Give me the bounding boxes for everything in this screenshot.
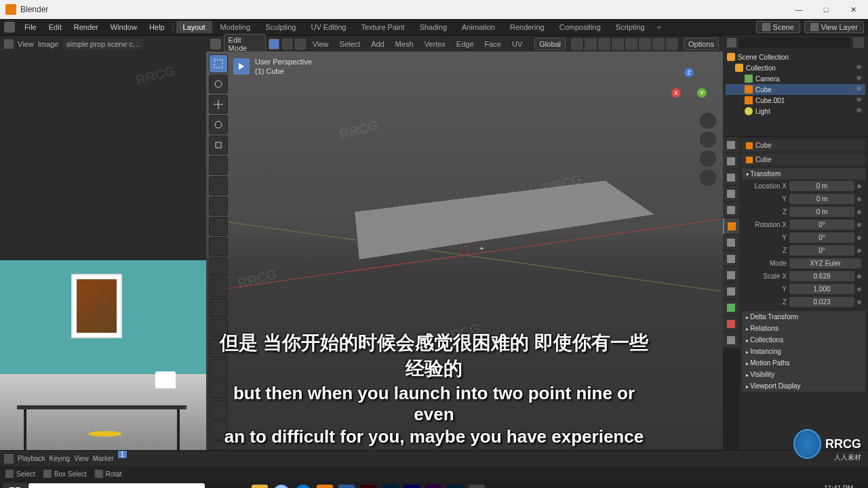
taskbar-clock[interactable]: 11:41 PM 10/15/2020 <box>819 485 853 488</box>
app-blender[interactable] <box>315 483 335 488</box>
options-dropdown[interactable]: Options <box>684 38 719 50</box>
proptab-viewlayer[interactable] <box>723 169 739 186</box>
gizmo-x-axis[interactable]: X <box>671 88 681 98</box>
outliner-collection[interactable]: Collection 👁 <box>726 62 865 73</box>
menu-help[interactable]: Help <box>144 21 170 33</box>
mesh-cube-object[interactable] <box>354 180 655 260</box>
tool-transform[interactable] <box>209 156 228 175</box>
image-editor-icon[interactable] <box>4 39 14 49</box>
blender-logo-icon[interactable] <box>4 22 15 33</box>
vp-menu-vertex[interactable]: Vertex <box>420 38 450 50</box>
tool-loopcut[interactable] <box>209 298 228 317</box>
vp-menu-select[interactable]: Select <box>336 38 365 50</box>
timeline-playback[interactable]: Playback <box>18 455 45 462</box>
outliner-search-input[interactable] <box>739 37 850 48</box>
timeline-ruler[interactable]: 1 <box>118 451 864 466</box>
breadcrumb-object[interactable]: Cube <box>742 140 865 151</box>
rot-z-field[interactable]: 0° <box>789 245 854 256</box>
vp-menu-add[interactable]: Add <box>367 38 389 50</box>
taskbar-search[interactable]: ⌕ Type here to search <box>28 483 205 488</box>
tool-bevel[interactable] <box>209 278 228 297</box>
current-frame-indicator[interactable]: 1 <box>118 451 127 458</box>
section-relations[interactable]: Relations <box>742 323 865 334</box>
taskview-icon[interactable]: ▭ <box>206 483 226 488</box>
rot-x-field[interactable]: 0° <box>789 220 854 230</box>
tool-shrink[interactable] <box>209 420 228 439</box>
tool-measure[interactable] <box>209 197 228 216</box>
app-other[interactable] <box>467 483 487 488</box>
tool-inset[interactable] <box>209 258 228 277</box>
scale-z-field[interactable]: 0.023 <box>789 297 854 307</box>
image-menu-view[interactable]: View <box>18 40 34 48</box>
workspace-tab-sculpting[interactable]: Sculpting <box>258 21 302 33</box>
tool-add-cube[interactable] <box>209 217 228 236</box>
proptab-texture[interactable] <box>723 332 739 348</box>
scale-x-field[interactable]: 0.628 <box>789 271 854 281</box>
section-instancing[interactable]: Instancing <box>742 346 865 357</box>
tool-knife[interactable] <box>209 319 228 338</box>
select-mode-face[interactable] <box>295 39 306 49</box>
image-ref-name[interactable]: simple prop scene c… <box>62 39 144 49</box>
scene-selector[interactable]: Scene <box>756 21 800 33</box>
close-button[interactable]: ✕ <box>844 5 863 14</box>
keyframe-dot-icon[interactable] <box>857 274 861 279</box>
camera-button-icon[interactable] <box>700 150 716 167</box>
tool-polybuild[interactable] <box>209 339 228 358</box>
object-name-field[interactable]: Cube <box>742 154 865 165</box>
tool-annotate[interactable] <box>209 176 228 195</box>
tool-rotate[interactable] <box>209 115 228 134</box>
workspace-tab-animation[interactable]: Animation <box>455 21 502 33</box>
snap-toggle[interactable] <box>571 38 583 50</box>
workspace-tab-compositing[interactable]: Compositing <box>553 21 608 33</box>
timeline-keying[interactable]: Keying <box>50 455 71 462</box>
mail-badge[interactable]: 99+ <box>228 483 248 488</box>
loc-y-field[interactable]: 0 m <box>789 194 854 204</box>
proptab-scene[interactable] <box>723 186 739 202</box>
visibility-toggle-icon[interactable]: 👁 <box>856 75 864 83</box>
viewlayer-selector[interactable]: View Layer <box>804 21 864 33</box>
visibility-toggle-icon[interactable]: 👁 <box>856 64 864 72</box>
section-delta-transform[interactable]: Delta Transform <box>742 311 865 323</box>
app-word[interactable] <box>336 483 357 488</box>
shading-rendered[interactable] <box>666 38 678 50</box>
shading-wireframe[interactable] <box>625 38 637 50</box>
timeline-editor-icon[interactable] <box>4 454 14 464</box>
timeline-view[interactable]: View <box>74 455 89 462</box>
proptab-constraints[interactable] <box>723 283 739 300</box>
keyframe-dot-icon[interactable] <box>857 249 861 253</box>
app-aftereffects[interactable] <box>401 483 422 488</box>
outliner-filter-icon[interactable] <box>853 37 864 48</box>
menu-render[interactable]: Render <box>68 21 104 33</box>
proptab-world[interactable] <box>723 202 739 218</box>
3d-viewport[interactable]: User Perspective (1) Cube X Y Z <box>206 52 723 450</box>
proptab-modifier[interactable] <box>723 235 739 251</box>
section-visibility[interactable]: Visibility <box>742 369 865 380</box>
tool-spin[interactable] <box>209 359 228 378</box>
workspace-add-button[interactable]: + <box>653 23 665 31</box>
select-mode-vertex[interactable] <box>269 39 279 49</box>
shading-material[interactable] <box>652 38 665 50</box>
vp-menu-face[interactable]: Face <box>481 38 505 50</box>
proptab-physics[interactable] <box>723 267 739 283</box>
gizmo-y-axis[interactable]: Y <box>697 88 707 98</box>
workspace-tab-rendering[interactable]: Rendering <box>503 21 551 33</box>
proptab-material[interactable] <box>723 316 739 332</box>
proportional-edit-toggle[interactable] <box>585 38 597 50</box>
proptab-render[interactable] <box>723 137 739 153</box>
menu-window[interactable]: Window <box>105 21 142 33</box>
outliner-item-camera[interactable]: Camera 👁 <box>726 73 865 84</box>
minimize-button[interactable]: — <box>789 5 808 14</box>
tool-rip[interactable] <box>209 441 228 450</box>
outliner-item-light[interactable]: Light 👁 <box>726 106 865 117</box>
app-lightroom[interactable] <box>445 483 465 488</box>
keyframe-dot-icon[interactable] <box>857 197 861 201</box>
workspace-tab-layout[interactable]: Layout <box>176 21 212 33</box>
zoom-button-icon[interactable] <box>700 113 716 129</box>
tool-edge-slide[interactable] <box>209 400 228 419</box>
overlay-toggle[interactable] <box>598 38 610 50</box>
rot-y-field[interactable]: 0° <box>789 232 854 243</box>
proptab-object[interactable] <box>723 218 739 235</box>
app-illustrator[interactable] <box>358 483 378 488</box>
outliner-item-cube[interactable]: Cube 👁 <box>726 84 865 95</box>
outliner-scene-collection[interactable]: Scene Collection <box>726 52 865 62</box>
